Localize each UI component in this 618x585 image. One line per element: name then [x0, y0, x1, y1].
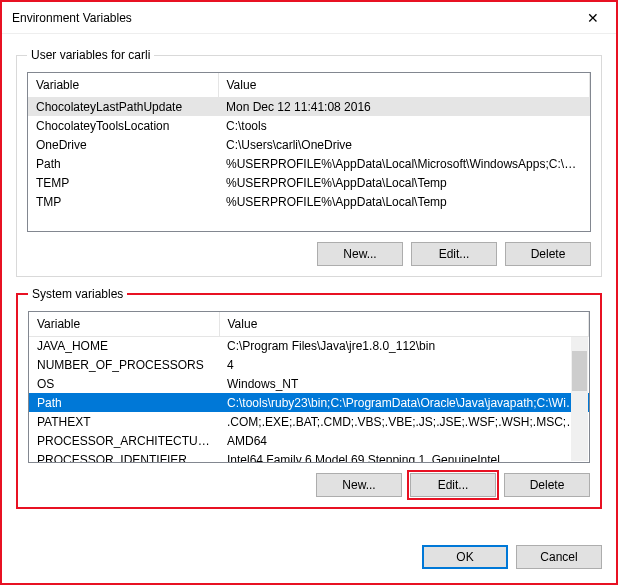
- col-value[interactable]: Value: [219, 312, 589, 336]
- cell-variable: JAVA_HOME: [29, 336, 219, 355]
- cell-variable: PROCESSOR_IDENTIFIER: [29, 450, 219, 463]
- table-header-row: Variable Value: [28, 73, 590, 97]
- user-variables-table[interactable]: Variable Value ChocolateyLastPathUpdate …: [28, 73, 590, 211]
- system-variables-table-wrap: Variable Value JAVA_HOME C:\Program File…: [28, 311, 590, 463]
- window-title: Environment Variables: [12, 11, 570, 25]
- table-row[interactable]: TEMP %USERPROFILE%\AppData\Local\Temp: [28, 173, 590, 192]
- cell-value: Intel64 Family 6 Model 69 Stepping 1, Ge…: [219, 450, 589, 463]
- cell-variable: NUMBER_OF_PROCESSORS: [29, 355, 219, 374]
- close-icon[interactable]: ✕: [570, 2, 616, 33]
- cell-value: .COM;.EXE;.BAT;.CMD;.VBS;.VBE;.JS;.JSE;.…: [219, 412, 589, 431]
- col-value[interactable]: Value: [218, 73, 590, 97]
- table-row-selected[interactable]: Path C:\tools\ruby23\bin;C:\ProgramData\…: [29, 393, 589, 412]
- table-row[interactable]: PATHEXT .COM;.EXE;.BAT;.CMD;.VBS;.VBE;.J…: [29, 412, 589, 431]
- dialog-window: Environment Variables ✕ User variables f…: [0, 0, 618, 585]
- table-row[interactable]: NUMBER_OF_PROCESSORS 4: [29, 355, 589, 374]
- table-row[interactable]: PROCESSOR_IDENTIFIER Intel64 Family 6 Mo…: [29, 450, 589, 463]
- user-variables-table-wrap: Variable Value ChocolateyLastPathUpdate …: [27, 72, 591, 232]
- user-buttons-row: New... Edit... Delete: [27, 242, 591, 266]
- cell-variable: TMP: [28, 192, 218, 211]
- title-bar: Environment Variables ✕: [2, 2, 616, 34]
- user-delete-button[interactable]: Delete: [505, 242, 591, 266]
- cell-variable: OS: [29, 374, 219, 393]
- system-new-button[interactable]: New...: [316, 473, 402, 497]
- cell-value: Windows_NT: [219, 374, 589, 393]
- table-row[interactable]: ChocolateyLastPathUpdate Mon Dec 12 11:4…: [28, 97, 590, 116]
- cell-value: %USERPROFILE%\AppData\Local\Microsoft\Wi…: [218, 154, 590, 173]
- cell-variable: Path: [29, 393, 219, 412]
- cell-variable: PROCESSOR_ARCHITECTURE: [29, 431, 219, 450]
- table-row[interactable]: TMP %USERPROFILE%\AppData\Local\Temp: [28, 192, 590, 211]
- cell-variable: ChocolateyLastPathUpdate: [28, 97, 218, 116]
- cell-value: %USERPROFILE%\AppData\Local\Temp: [218, 192, 590, 211]
- cell-value: %USERPROFILE%\AppData\Local\Temp: [218, 173, 590, 192]
- system-variables-legend: System variables: [28, 287, 127, 301]
- cell-variable: ChocolateyToolsLocation: [28, 116, 218, 135]
- table-row[interactable]: OneDrive C:\Users\carli\OneDrive: [28, 135, 590, 154]
- cell-value: C:\tools\ruby23\bin;C:\ProgramData\Oracl…: [219, 393, 589, 412]
- system-delete-button[interactable]: Delete: [504, 473, 590, 497]
- dialog-buttons-row: OK Cancel: [2, 537, 616, 583]
- cell-variable: TEMP: [28, 173, 218, 192]
- cell-value: Mon Dec 12 11:41:08 2016: [218, 97, 590, 116]
- cell-variable: Path: [28, 154, 218, 173]
- system-edit-button[interactable]: Edit...: [410, 473, 496, 497]
- table-header-row: Variable Value: [29, 312, 589, 336]
- table-row[interactable]: JAVA_HOME C:\Program Files\Java\jre1.8.0…: [29, 336, 589, 355]
- cancel-button[interactable]: Cancel: [516, 545, 602, 569]
- system-scrollbar[interactable]: [571, 337, 588, 461]
- cell-value: AMD64: [219, 431, 589, 450]
- user-new-button[interactable]: New...: [317, 242, 403, 266]
- cell-value: C:\tools: [218, 116, 590, 135]
- cell-value: C:\Users\carli\OneDrive: [218, 135, 590, 154]
- system-scrollbar-thumb[interactable]: [572, 351, 587, 391]
- ok-button[interactable]: OK: [422, 545, 508, 569]
- table-row[interactable]: ChocolateyToolsLocation C:\tools: [28, 116, 590, 135]
- cell-variable: PATHEXT: [29, 412, 219, 431]
- col-variable[interactable]: Variable: [29, 312, 219, 336]
- cell-variable: OneDrive: [28, 135, 218, 154]
- system-variables-group: System variables Variable Value JAVA_HOM…: [16, 287, 602, 509]
- user-edit-button[interactable]: Edit...: [411, 242, 497, 266]
- col-variable[interactable]: Variable: [28, 73, 218, 97]
- cell-value: 4: [219, 355, 589, 374]
- cell-value: C:\Program Files\Java\jre1.8.0_112\bin: [219, 336, 589, 355]
- user-variables-legend: User variables for carli: [27, 48, 154, 62]
- system-buttons-row: New... Edit... Delete: [28, 473, 590, 497]
- dialog-body: User variables for carli Variable Value …: [2, 34, 616, 537]
- table-row[interactable]: PROCESSOR_ARCHITECTURE AMD64: [29, 431, 589, 450]
- table-row[interactable]: Path %USERPROFILE%\AppData\Local\Microso…: [28, 154, 590, 173]
- table-row[interactable]: OS Windows_NT: [29, 374, 589, 393]
- user-variables-group: User variables for carli Variable Value …: [16, 48, 602, 277]
- system-variables-table[interactable]: Variable Value JAVA_HOME C:\Program File…: [29, 312, 589, 463]
